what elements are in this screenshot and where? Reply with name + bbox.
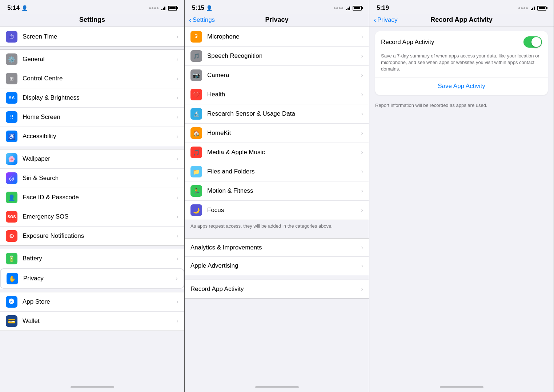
list-item-homekit[interactable]: 🏠 HomeKit ›	[185, 124, 369, 143]
record-app-activity-card: Record App Activity Save a 7-day summary…	[375, 31, 548, 95]
list-item-display[interactable]: AA Display & Brightness ›	[0, 88, 184, 108]
emergency-icon: SOS	[6, 211, 17, 223]
exposure-icon: ⚙	[6, 230, 17, 242]
list-item-camera[interactable]: 📷 Camera ›	[185, 66, 369, 85]
chevron-icon: ›	[176, 56, 178, 63]
list-item-microphone[interactable]: 🎙 Microphone ›	[185, 27, 369, 47]
battery-icon-2	[353, 6, 362, 11]
chevron-icon: ›	[176, 194, 178, 201]
record-toggle-label: Record App Activity	[381, 39, 523, 46]
list-item-appstore[interactable]: 🅐 App Store ›	[0, 292, 184, 312]
chevron-icon: ›	[361, 72, 363, 79]
chevron-icon: ›	[176, 175, 178, 182]
list-item-wallpaper[interactable]: 🌸 Wallpaper ›	[0, 149, 184, 169]
camera-icon: 📷	[190, 69, 202, 81]
chevron-icon: ›	[176, 317, 178, 325]
chevron-icon: ›	[176, 155, 178, 163]
home-screen-label: Home Screen	[23, 113, 176, 121]
signal-dot	[154, 7, 156, 9]
media-label: Media & Apple Music	[207, 149, 361, 156]
signal-dots	[149, 7, 158, 9]
nav-bar-3: ‹ Privacy Record App Activity	[369, 14, 554, 27]
wifi-icon-2	[345, 6, 351, 10]
list-item-health[interactable]: ❤️ Health ›	[185, 85, 369, 104]
list-item-focus[interactable]: 🌙 Focus ›	[185, 201, 369, 220]
chevron-icon: ›	[361, 149, 363, 156]
nav-title-2: Privacy	[265, 16, 288, 24]
toggle-description: Save a 7-day summary of when apps access…	[375, 53, 548, 77]
nav-back-2[interactable]: ‹ Settings	[189, 16, 215, 24]
chevron-icon: ›	[176, 133, 178, 140]
accessibility-icon: ♿	[6, 131, 17, 142]
signal-dot	[149, 7, 151, 9]
status-bar-3: 5:19	[369, 0, 554, 14]
save-activity-row[interactable]: Save App Activity	[375, 77, 548, 95]
list-item-faceid[interactable]: 👤 Face ID & Passcode ›	[0, 188, 184, 207]
chevron-icon: ›	[176, 232, 178, 240]
files-icon: 📁	[190, 166, 202, 177]
chevron-icon: ›	[176, 113, 178, 121]
general-icon: ⚙️	[6, 53, 17, 65]
record-activity-content: Record App Activity Save a 7-day summary…	[369, 27, 554, 382]
list-item-media[interactable]: 🎵 Media & Apple Music ›	[185, 143, 369, 162]
list-item-general[interactable]: ⚙️ General ›	[0, 50, 184, 69]
list-item-control-centre[interactable]: ⊞ Control Centre ›	[0, 69, 184, 88]
signal-dot	[152, 7, 153, 9]
home-indicator-2	[185, 382, 369, 392]
list-item-research[interactable]: 🔬 Research Sensor & Usage Data ›	[185, 104, 369, 124]
list-item-record-app-activity[interactable]: Record App Activity ›	[185, 280, 369, 298]
speech-label: Speech Recognition	[207, 52, 361, 60]
chevron-icon: ›	[176, 275, 178, 282]
nav-title-1: Settings	[79, 16, 105, 24]
list-item-accessibility[interactable]: ♿ Accessibility ›	[0, 127, 184, 146]
privacy-list[interactable]: 🎙 Microphone › 🎵 Speech Recognition › 📷 …	[185, 27, 369, 382]
list-item-privacy[interactable]: ✋ Privacy ›	[0, 268, 184, 289]
list-item-battery[interactable]: 🔋 Battery ›	[0, 249, 184, 268]
camera-label: Camera	[207, 72, 361, 79]
speech-icon: 🎵	[190, 50, 202, 62]
list-item-files[interactable]: 📁 Files and Folders ›	[185, 162, 369, 181]
battery-icon-item: 🔋	[6, 253, 17, 264]
list-item-exposure[interactable]: ⚙ Exposure Notifications ›	[0, 227, 184, 245]
list-item-motion[interactable]: 🏃 Motion & Fitness ›	[185, 181, 369, 201]
chevron-icon: ›	[361, 52, 363, 60]
list-item-siri[interactable]: ◎ Siri & Search ›	[0, 169, 184, 188]
home-bar	[71, 386, 114, 388]
signal-dots-2	[334, 7, 343, 9]
save-activity-desc: Report information will be recorded as a…	[369, 99, 554, 109]
list-item-speech[interactable]: 🎵 Speech Recognition ›	[185, 47, 369, 66]
signal-dots-3	[518, 7, 528, 9]
save-app-activity-button[interactable]: Save App Activity	[438, 83, 485, 89]
chevron-icon: ›	[361, 168, 363, 175]
back-arrow-icon: ‹	[189, 16, 192, 23]
chevron-icon: ›	[176, 33, 178, 40]
list-item-analytics[interactable]: Analytics & Improvements ›	[185, 239, 369, 257]
status-time-1: 5:14 👤	[7, 4, 28, 12]
research-label: Research Sensor & Usage Data	[207, 110, 361, 117]
apple-advertising-label: Apple Advertising	[190, 262, 361, 269]
privacy-icon: ✋	[7, 273, 18, 284]
list-item-home-screen[interactable]: ⠿ Home Screen ›	[0, 108, 184, 127]
general-label: General	[23, 56, 176, 63]
list-item-apple-advertising[interactable]: Apple Advertising ›	[185, 257, 369, 275]
record-activity-toggle[interactable]	[523, 36, 542, 48]
wallpaper-label: Wallpaper	[23, 155, 176, 163]
chevron-icon: ›	[361, 262, 363, 269]
research-icon: 🔬	[190, 108, 202, 120]
list-item-emergency[interactable]: SOS Emergency SOS ›	[0, 207, 184, 227]
health-label: Health	[207, 91, 361, 98]
privacy-label: Privacy	[23, 275, 176, 282]
home-indicator-3	[369, 382, 554, 392]
battery-icon	[168, 6, 177, 11]
homekit-icon: 🏠	[190, 127, 202, 139]
home-bar-2	[255, 386, 299, 388]
exposure-label: Exposure Notifications	[23, 232, 176, 240]
list-item-wallet[interactable]: 💳 Wallet ›	[0, 312, 184, 331]
chevron-icon: ›	[361, 110, 363, 117]
homekit-label: HomeKit	[207, 129, 361, 137]
list-item-screen-time[interactable]: ⏱ Screen Time ›	[0, 27, 184, 46]
home-bar-3	[440, 386, 483, 388]
chevron-icon: ›	[361, 129, 363, 137]
nav-back-3[interactable]: ‹ Privacy	[374, 16, 397, 24]
settings-list[interactable]: ⏱ Screen Time › ⚙️ General › ⊞ Control C…	[0, 27, 184, 382]
